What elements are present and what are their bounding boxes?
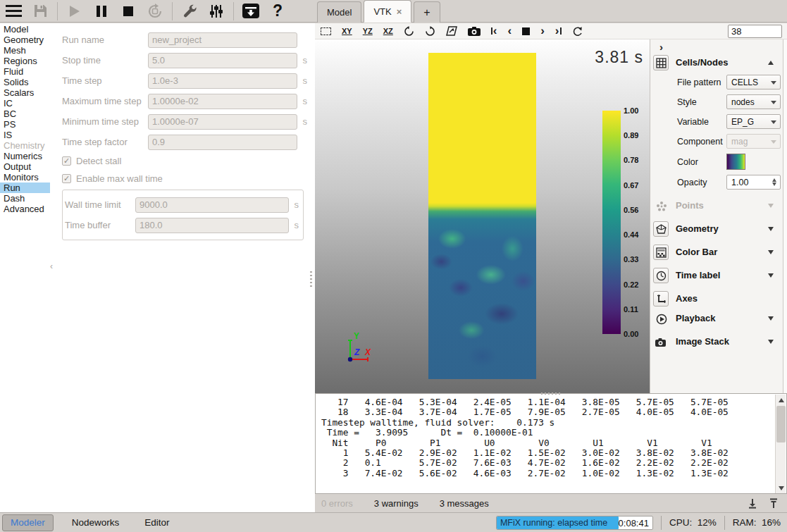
scroll-up-button[interactable] xyxy=(776,395,786,404)
expand-arrow-icon[interactable] xyxy=(768,273,774,278)
collapse-arrow-icon[interactable] xyxy=(768,61,774,65)
solver-console[interactable]: 17 4.6E-04 5.3E-04 2.4E-05 1.1E-04 3.8E-… xyxy=(315,393,787,494)
vertical-splitter[interactable] xyxy=(308,23,315,512)
spin-up-icon[interactable] xyxy=(772,178,776,182)
warnings-count[interactable]: 3 warnings xyxy=(374,498,419,509)
screenshot-button[interactable] xyxy=(468,24,481,38)
tab-model[interactable]: Model xyxy=(317,1,361,23)
messages-count[interactable]: 3 messages xyxy=(440,498,489,509)
style-select[interactable]: nodes xyxy=(726,94,781,109)
vtk-viewport[interactable]: 3.81 s 1.00 0.89 0.78 0.67 0.56 0.44 0.3… xyxy=(315,39,650,393)
sidebar-item-fluid[interactable]: Fluid xyxy=(0,66,50,77)
expand-arrow-icon[interactable] xyxy=(768,227,774,231)
file-pattern-select[interactable]: CELLS xyxy=(726,75,781,89)
sidebar-item-ps[interactable]: PS xyxy=(0,119,50,130)
stop-button[interactable] xyxy=(117,1,140,21)
stop-time-field[interactable]: 5.0 xyxy=(148,53,297,68)
time-buffer-field[interactable]: 180.0 xyxy=(135,218,289,233)
orientation-axes: Y Z X xyxy=(342,331,381,368)
run-button[interactable] xyxy=(63,1,86,21)
sidebar-item-regions[interactable]: Regions xyxy=(0,56,50,66)
enable-max-wall-time-checkbox[interactable]: ✓ xyxy=(62,174,71,183)
tab-vtk[interactable]: VTK × xyxy=(364,0,411,23)
image-stack-section[interactable]: Image Stack xyxy=(650,333,783,350)
console-scrollbar[interactable] xyxy=(775,395,786,493)
sidebar-item-output[interactable]: Output xyxy=(0,161,50,172)
axes-section[interactable]: Axes xyxy=(650,290,783,307)
scrollbar-thumb[interactable] xyxy=(776,406,786,443)
view-yz-button[interactable]: YZ xyxy=(363,24,373,38)
sidebar-item-ic[interactable]: IC xyxy=(0,98,50,109)
frame-number-input[interactable]: 38 xyxy=(728,25,782,38)
rotate-right-button[interactable] xyxy=(425,24,435,38)
run-name-field[interactable]: new_project xyxy=(148,32,297,48)
expand-arrow-icon[interactable] xyxy=(768,250,774,254)
console-splitter-grip[interactable] xyxy=(541,392,562,395)
sidebar-item-model[interactable]: Model xyxy=(0,24,50,35)
colormap-swatch-button[interactable] xyxy=(726,154,745,170)
last-frame-button[interactable]: › xyxy=(555,24,562,38)
sidebar-item-mesh[interactable]: Mesh xyxy=(0,45,50,56)
close-icon[interactable]: × xyxy=(397,6,402,17)
sidebar-collapse-handle[interactable]: ‹ xyxy=(50,261,53,271)
sidebar-item-bc[interactable]: BC xyxy=(0,109,50,119)
time-step-factor-field[interactable]: 0.9 xyxy=(148,135,297,150)
tab-modeler[interactable]: Modeler xyxy=(2,514,54,531)
sidebar-item-dash[interactable]: Dash xyxy=(0,193,50,204)
scroll-down-button[interactable] xyxy=(776,483,786,493)
axes-toggle-button[interactable] xyxy=(653,291,669,307)
first-frame-button[interactable]: ‹ xyxy=(491,24,497,38)
view-xz-button[interactable]: XZ xyxy=(383,24,393,38)
sidebar-item-advanced[interactable]: Advanced xyxy=(0,204,50,214)
sidebar-item-run[interactable]: Run xyxy=(0,183,50,193)
color-bar-toggle-button[interactable] xyxy=(653,245,669,260)
variable-select[interactable]: EP_G xyxy=(726,114,781,129)
geometry-toggle-button[interactable] xyxy=(653,221,669,237)
wall-time-limit-field[interactable]: 9000.0 xyxy=(135,197,289,213)
parameters-button[interactable] xyxy=(205,1,228,21)
sidebar-item-geometry[interactable]: Geometry xyxy=(0,35,50,45)
detect-stall-checkbox[interactable]: ✓ xyxy=(62,156,71,166)
time-label-section[interactable]: Time label xyxy=(650,267,783,284)
spin-down-icon[interactable] xyxy=(772,183,776,186)
cells-nodes-toggle-button[interactable] xyxy=(653,55,669,70)
pause-button[interactable] xyxy=(90,1,113,21)
time-label-toggle-button[interactable] xyxy=(653,268,669,283)
min-time-step-field[interactable]: 1.0000e-07 xyxy=(148,114,297,130)
scroll-to-top-button[interactable] xyxy=(769,498,779,509)
geometry-section[interactable]: Geometry xyxy=(650,221,783,237)
time-step-field[interactable]: 1.0e-3 xyxy=(148,73,297,89)
cells-nodes-header[interactable]: Cells/Nodes xyxy=(650,54,783,71)
build-button[interactable] xyxy=(240,1,262,21)
playback-section[interactable]: Playback xyxy=(650,310,783,327)
color-bar-section[interactable]: Color Bar xyxy=(650,244,783,261)
stop-playback-button[interactable] xyxy=(522,24,530,38)
previous-frame-button[interactable]: ‹ xyxy=(507,24,512,38)
reload-frames-button[interactable] xyxy=(572,24,583,38)
help-button[interactable]: ? xyxy=(266,1,289,21)
sidebar-item-numerics[interactable]: Numerics xyxy=(0,151,50,161)
save-button[interactable] xyxy=(29,1,51,21)
perspective-button[interactable] xyxy=(446,24,457,38)
opacity-spinner[interactable]: 1.00 xyxy=(726,175,781,190)
menu-button[interactable] xyxy=(2,1,25,21)
sidebar-item-is[interactable]: IS xyxy=(0,130,50,140)
tab-editor[interactable]: Editor xyxy=(137,515,176,531)
tab-nodeworks[interactable]: Nodeworks xyxy=(65,515,127,531)
sidebar-item-scalars[interactable]: Scalars xyxy=(0,87,50,98)
panel-expand-button[interactable]: › xyxy=(659,41,663,53)
scroll-to-bottom-button[interactable] xyxy=(748,498,757,509)
sidebar-item-monitors[interactable]: Monitors xyxy=(0,172,50,183)
expand-arrow-icon[interactable] xyxy=(768,316,774,321)
reset-view-button[interactable] xyxy=(321,24,331,38)
max-time-step-field[interactable]: 1.0000e-02 xyxy=(148,94,297,109)
reset-button[interactable] xyxy=(144,1,166,21)
settings-button[interactable] xyxy=(178,1,201,21)
view-xy-button[interactable]: XY xyxy=(342,24,352,38)
panel-scrollbar[interactable] xyxy=(783,39,787,393)
sidebar-item-solids[interactable]: Solids xyxy=(0,77,50,87)
expand-arrow-icon[interactable] xyxy=(768,340,774,344)
next-frame-button[interactable]: › xyxy=(540,24,545,38)
rotate-left-button[interactable] xyxy=(404,24,414,38)
tab-new[interactable]: + xyxy=(414,1,440,23)
